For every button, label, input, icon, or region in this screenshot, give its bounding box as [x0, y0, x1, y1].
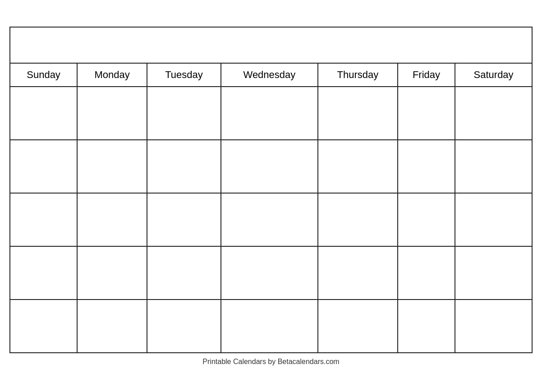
- cell-w3-fri: [398, 193, 455, 246]
- week-row-2: [10, 140, 532, 193]
- header-friday: Friday: [398, 63, 455, 87]
- week-row-5: [10, 300, 532, 353]
- cell-w1-sat: [455, 87, 532, 140]
- cell-w1-mon: [77, 87, 147, 140]
- cell-w5-mon: [77, 300, 147, 353]
- header-row: Sunday Monday Tuesday Wednesday Thursday…: [10, 63, 532, 87]
- cell-w2-thu: [318, 140, 398, 193]
- week-row-1: [10, 87, 532, 140]
- cell-w4-thu: [318, 246, 398, 300]
- cell-w3-mon: [77, 193, 147, 246]
- cell-w4-sat: [455, 246, 532, 300]
- header-saturday: Saturday: [455, 63, 532, 87]
- cell-w5-sun: [10, 300, 77, 353]
- cell-w3-wed: [221, 193, 318, 246]
- cell-w4-mon: [77, 246, 147, 300]
- header-tuesday: Tuesday: [147, 63, 221, 87]
- cell-w1-fri: [398, 87, 455, 140]
- cell-w2-wed: [221, 140, 318, 193]
- cell-w1-thu: [318, 87, 398, 140]
- cell-w1-wed: [221, 87, 318, 140]
- cell-w1-sun: [10, 87, 77, 140]
- cell-w5-thu: [318, 300, 398, 353]
- cell-w4-tue: [147, 246, 221, 300]
- cell-w3-sat: [455, 193, 532, 246]
- header-thursday: Thursday: [318, 63, 398, 87]
- cell-w2-sat: [455, 140, 532, 193]
- header-wednesday: Wednesday: [221, 63, 318, 87]
- header-sunday: Sunday: [10, 63, 77, 87]
- cell-w4-fri: [398, 246, 455, 300]
- cell-w2-fri: [398, 140, 455, 193]
- calendar-title: [10, 27, 532, 63]
- cell-w5-fri: [398, 300, 455, 353]
- cell-w4-wed: [221, 246, 318, 300]
- week-row-3: [10, 193, 532, 246]
- cell-w2-mon: [77, 140, 147, 193]
- calendar-wrapper: Sunday Monday Tuesday Wednesday Thursday…: [9, 27, 533, 366]
- cell-w3-sun: [10, 193, 77, 246]
- cell-w5-wed: [221, 300, 318, 353]
- cell-w5-sat: [455, 300, 532, 353]
- cell-w4-sun: [10, 246, 77, 300]
- calendar-table: Sunday Monday Tuesday Wednesday Thursday…: [9, 27, 533, 353]
- cell-w1-tue: [147, 87, 221, 140]
- week-row-4: [10, 246, 532, 300]
- cell-w2-tue: [147, 140, 221, 193]
- cell-w5-tue: [147, 300, 221, 353]
- cell-w3-tue: [147, 193, 221, 246]
- cell-w2-sun: [10, 140, 77, 193]
- cell-w3-thu: [318, 193, 398, 246]
- header-monday: Monday: [77, 63, 147, 87]
- title-row: [10, 27, 532, 63]
- footer-text: Printable Calendars by Betacalendars.com: [9, 358, 533, 366]
